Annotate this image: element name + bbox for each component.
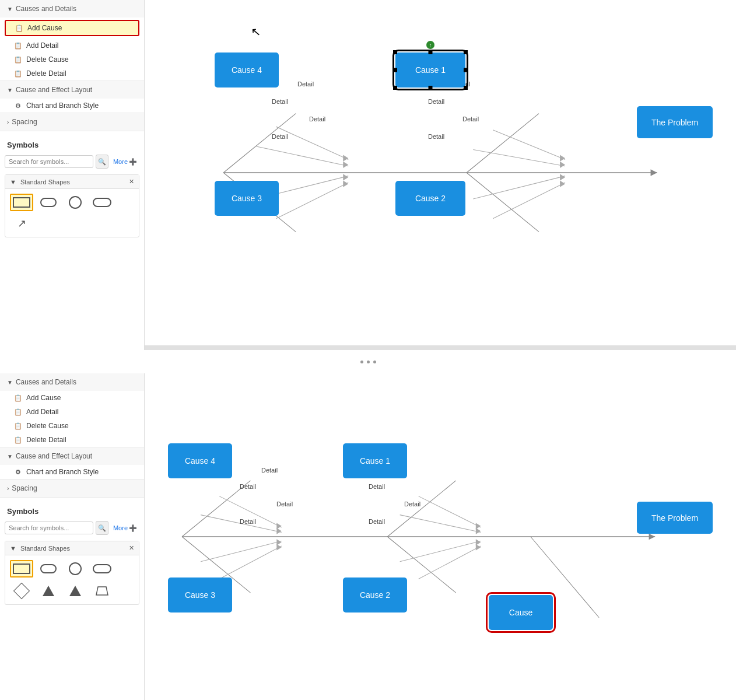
shape-triangle-bot — [43, 586, 54, 596]
spacing-header-bot[interactable]: › Spacing — [0, 480, 144, 497]
detail-label-1: Detail — [297, 80, 314, 88]
spacing-header-top[interactable]: › Spacing — [0, 113, 144, 131]
shape-circle-bot — [69, 562, 82, 575]
svg-marker-44 — [476, 539, 481, 545]
shape-triangle2-item-bot[interactable] — [64, 582, 87, 600]
handle-tc[interactable] — [429, 50, 433, 54]
svg-marker-14 — [343, 162, 348, 168]
close-shapes-top[interactable]: ✕ — [129, 178, 134, 186]
handle-ml[interactable] — [393, 68, 397, 72]
chart-branch-style-item-bot[interactable]: ⚙ Chart and Branch Style — [0, 465, 144, 479]
chevron-down-icon-shapes-bot: ▼ — [10, 545, 16, 552]
svg-marker-41 — [276, 544, 282, 551]
more-button-top[interactable]: More ➕ — [111, 158, 139, 166]
search-input-top[interactable] — [5, 155, 93, 168]
cause1-label-bot: Cause 1 — [360, 456, 390, 466]
svg-marker-19 — [560, 181, 565, 187]
shape-circle-item-bot[interactable] — [64, 560, 87, 578]
cause5-box-bot[interactable]: Cause — [489, 595, 553, 630]
causes-details-header[interactable]: ▼ Causes and Details — [0, 0, 144, 18]
problem-label-top: The Problem — [651, 118, 698, 127]
detail-bot-8: Detail — [369, 518, 385, 525]
shape-triangle-item-bot[interactable] — [37, 582, 60, 600]
shape-oval-item-top[interactable] — [90, 194, 114, 211]
cause1-box-bot[interactable]: Cause 1 — [343, 443, 407, 478]
shape-diamond-item-bot[interactable] — [10, 582, 33, 600]
add-cause-button[interactable]: 📋 Add Cause — [5, 20, 139, 36]
delete-detail-icon-bot: 📋 — [14, 436, 22, 444]
divider-dot-1 — [360, 360, 363, 363]
green-dot-cause1: ↑ — [426, 41, 434, 49]
cause-effect-layout-header-bot[interactable]: ▼ Cause and Effect Layout — [0, 447, 144, 465]
chart-branch-label: Chart and Branch Style — [26, 102, 99, 110]
handle-mr[interactable] — [464, 68, 468, 72]
causes-details-header-bot[interactable]: ▼ Causes and Details — [0, 373, 144, 391]
cause3-box-bot[interactable]: Cause 3 — [168, 578, 232, 612]
problem-box-top[interactable]: The Problem — [637, 106, 713, 138]
svg-marker-20 — [560, 174, 565, 180]
chart-branch-icon-bot: ⚙ — [14, 468, 22, 476]
svg-line-32 — [400, 515, 481, 533]
detail-label-7: Detail — [462, 116, 479, 123]
cause4-box-top[interactable]: Cause 4 — [215, 52, 279, 88]
svg-line-11 — [493, 183, 565, 219]
svg-marker-18 — [343, 174, 348, 180]
handle-tr[interactable] — [464, 50, 468, 54]
handle-br[interactable] — [464, 86, 468, 90]
shape-trap-item-bot[interactable] — [90, 582, 114, 600]
handle-tl[interactable] — [393, 50, 397, 54]
divider-dot-3 — [373, 360, 376, 363]
add-detail-item-bot[interactable]: 📋 Add Detail — [0, 405, 144, 419]
svg-marker-17 — [343, 181, 348, 187]
search-button-top[interactable]: 🔍 — [96, 155, 108, 169]
delete-detail-item[interactable]: 📋 Delete Detail — [0, 66, 144, 80]
detail-bot-2: Detail — [240, 483, 256, 490]
add-cause-item-bot[interactable]: 📋 Add Cause — [0, 391, 144, 405]
shape-circle-item-top[interactable] — [64, 194, 87, 211]
shape-rounded-item-bot[interactable] — [37, 560, 60, 578]
chevron-down-icon-layout-bot: ▼ — [7, 453, 13, 460]
shape-oval-item-bot[interactable] — [90, 560, 114, 578]
cause3-label-top: Cause 3 — [232, 194, 262, 203]
more-label-top: More — [113, 158, 128, 165]
cause1-box-top[interactable]: ↑ Cause 1 — [395, 52, 465, 88]
delete-cause-item[interactable]: 📋 Delete Cause — [0, 52, 144, 66]
detail-bot-4: Detail — [240, 518, 256, 525]
shape-circle-top — [69, 196, 82, 209]
shape-oval-top — [93, 198, 111, 207]
handle-bc[interactable] — [429, 86, 433, 90]
add-detail-label: Add Detail — [26, 41, 58, 50]
problem-box-bot[interactable]: The Problem — [637, 502, 713, 534]
shape-rounded-item-top[interactable] — [37, 194, 60, 211]
shape-rect-item-bot[interactable] — [10, 560, 33, 578]
cause4-box-bot[interactable]: Cause 4 — [168, 443, 232, 478]
shape-rounded-bot — [40, 564, 57, 573]
svg-line-34 — [201, 541, 282, 561]
cause2-label-top: Cause 2 — [415, 194, 446, 203]
close-shapes-bot[interactable]: ✕ — [129, 544, 134, 552]
chart-branch-style-item[interactable]: ⚙ Chart and Branch Style — [0, 99, 144, 113]
cause3-box-top[interactable]: Cause 3 — [215, 181, 279, 216]
handle-bl[interactable] — [393, 86, 397, 90]
shape-rect-item-top[interactable] — [10, 194, 33, 211]
cause2-box-bot[interactable]: Cause 2 — [343, 578, 407, 612]
svg-marker-16 — [560, 162, 565, 168]
svg-line-25 — [387, 481, 455, 537]
cause3-label-bot: Cause 3 — [185, 590, 215, 600]
add-detail-icon-bot: 📋 — [14, 408, 22, 416]
chevron-down-icon-shapes-top: ▼ — [10, 178, 16, 186]
cause-effect-layout-label-bot: Cause and Effect Layout — [16, 452, 92, 460]
chevron-down-icon: ▼ — [7, 6, 13, 12]
add-detail-item[interactable]: 📋 Add Detail — [0, 38, 144, 52]
delete-cause-item-bot[interactable]: 📋 Delete Cause — [0, 419, 144, 433]
cause2-box-top[interactable]: Cause 2 — [395, 181, 465, 216]
shape-arrow-item-top[interactable]: ↗ — [10, 215, 33, 232]
svg-line-1 — [223, 114, 296, 173]
delete-detail-item-bot[interactable]: 📋 Delete Detail — [0, 433, 144, 447]
svg-line-8 — [473, 150, 565, 166]
more-button-bot[interactable]: More ➕ — [111, 524, 139, 532]
svg-marker-21 — [651, 169, 657, 176]
search-button-bot[interactable]: 🔍 — [96, 521, 108, 535]
cause-effect-layout-header[interactable]: ▼ Cause and Effect Layout — [0, 81, 144, 99]
search-input-bot[interactable] — [5, 522, 93, 534]
